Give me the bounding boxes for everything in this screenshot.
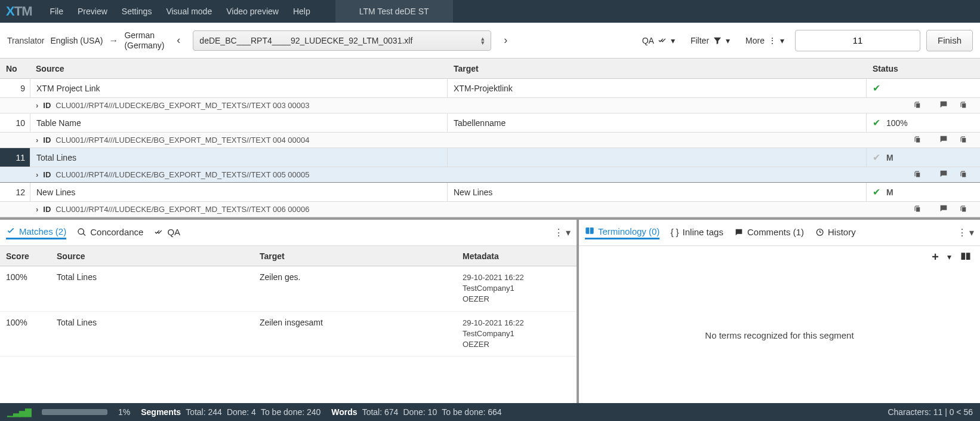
statusbar: ▁▃▅▇ 1% Segments Total: 244 Done: 4 To b… <box>0 403 980 421</box>
stack-icon[interactable] <box>959 100 968 111</box>
match-source: Total Lines <box>51 318 254 351</box>
next-file-button[interactable]: › <box>497 32 514 49</box>
menu-preview[interactable]: Preview <box>70 0 115 23</box>
caret-down-icon[interactable]: ▾ <box>947 252 951 262</box>
mh-source: Source <box>51 251 254 261</box>
book-open-icon[interactable] <box>960 251 972 263</box>
target-language: German (Germany) <box>124 30 164 51</box>
menu-settings[interactable]: Settings <box>115 0 159 23</box>
menu-help[interactable]: Help <box>286 0 318 23</box>
target-language-line1: German <box>124 30 164 41</box>
chevron-right-icon[interactable]: › <box>36 101 38 110</box>
header-target: Target <box>448 64 867 73</box>
menu-video-preview[interactable]: Video preview <box>219 0 286 23</box>
check-icon <box>6 226 16 236</box>
segment-id-text: CLU001//RPT4///LUDECKE/BG_EXPORT_MD_TEXT… <box>56 136 309 145</box>
segment-id-row: ›IDCLU001//RPT4///LUDECKE/BG_EXPORT_MD_T… <box>0 202 980 217</box>
bottom-panels: Matches (2) Concordance QA ⋮ ▾ Score Sou… <box>0 217 980 403</box>
segment-row[interactable]: 9XTM Project LinkXTM-Projektlink✔ <box>0 79 980 98</box>
comment-icon[interactable] <box>939 100 948 111</box>
left-panel-menu[interactable]: ⋮ ▾ <box>554 227 571 238</box>
comment-icon[interactable] <box>939 169 948 180</box>
segment-number-input[interactable] <box>795 30 920 51</box>
qa-dropdown[interactable]: QA ▾ <box>637 36 680 45</box>
match-score: 100% <box>0 272 51 305</box>
segment-target[interactable]: XTM-Projektlink <box>448 79 867 97</box>
copy-icon[interactable] <box>913 170 922 180</box>
id-label: ID <box>43 101 51 110</box>
segment-source: Table Name <box>30 113 448 132</box>
funnel-icon <box>713 36 722 45</box>
tab-concordance[interactable]: Concordance <box>77 227 143 238</box>
tab-concordance-label: Concordance <box>90 227 143 237</box>
menu-visual-mode[interactable]: Visual mode <box>159 0 219 23</box>
match-target: Zeilen insgesamt <box>254 318 451 351</box>
add-term-button[interactable]: + <box>932 250 939 264</box>
mh-metadata: Metadata <box>451 251 577 261</box>
tab-qa-label: QA <box>167 227 180 237</box>
stack-icon[interactable] <box>959 204 968 215</box>
comment-icon[interactable] <box>939 134 948 146</box>
language-pair: English (USA) → German (Germany) <box>51 30 165 51</box>
menu-file[interactable]: File <box>42 0 70 23</box>
segment-source: New Lines <box>30 183 448 201</box>
more-dropdown[interactable]: More ⋮ ▾ <box>741 36 789 45</box>
file-selector[interactable]: deDE_BC___RPT4____92_LUDECKE_92_LTM_0031… <box>193 30 491 51</box>
segment-id-row: ›IDCLU001//RPT4///LUDECKE/BG_EXPORT_MD_T… <box>0 167 980 183</box>
header-source: Source <box>30 64 448 73</box>
characters-count: Characters: 11 | 0 < 56 <box>887 407 973 417</box>
tab-terminology[interactable]: Terminology (0) <box>585 226 660 239</box>
chevron-right-icon[interactable]: › <box>36 170 38 179</box>
progress-bar <box>42 409 107 415</box>
chevron-right-icon[interactable]: › <box>36 136 38 145</box>
book-icon <box>585 226 594 236</box>
app-logo: XTM <box>6 4 32 19</box>
copy-icon[interactable] <box>913 204 922 215</box>
role-label: Translator <box>7 36 45 45</box>
segment-target[interactable] <box>448 148 867 167</box>
stack-icon[interactable] <box>959 135 968 146</box>
segment-no: 12 <box>0 188 30 197</box>
mh-score: Score <box>0 251 51 261</box>
tab-history[interactable]: History <box>815 227 856 238</box>
segments-total: Total: 244 <box>186 407 222 417</box>
right-panel-menu[interactable]: ⋮ ▾ <box>957 227 974 238</box>
segment-row[interactable]: 11Total Lines✔M <box>0 148 980 167</box>
match-metadata: 29-10-2021 16:22TestCompany1OEZER <box>451 318 577 351</box>
match-score: 100% <box>0 318 51 351</box>
id-label: ID <box>43 205 51 214</box>
filter-dropdown[interactable]: Filter ▾ <box>686 36 735 45</box>
search-icon <box>77 228 87 237</box>
tab-comments-label: Comments (1) <box>747 227 804 237</box>
match-source: Total Lines <box>51 272 254 305</box>
menubar: XTM File Preview Settings Visual mode Vi… <box>0 0 980 23</box>
segment-row[interactable]: 12New LinesNew Lines✔M <box>0 183 980 202</box>
target-language-line2: (Germany) <box>124 41 164 51</box>
copy-icon[interactable] <box>913 135 922 146</box>
tab-inline-tags[interactable]: { } Inline tags <box>670 227 723 238</box>
match-row[interactable]: 100%Total LinesZeilen ges.29-10-2021 16:… <box>0 266 577 312</box>
matches-header: Score Source Target Metadata <box>0 246 577 266</box>
caret-down-icon: ▾ <box>780 36 784 45</box>
segment-id-text: CLU001//RPT4///LUDECKE/BG_EXPORT_MD_TEXT… <box>56 205 309 214</box>
chevron-right-icon[interactable]: › <box>36 205 38 214</box>
segment-target[interactable]: New Lines <box>448 183 867 201</box>
comment-icon[interactable] <box>939 204 948 215</box>
tab-qa[interactable]: QA <box>154 227 180 238</box>
tab-comments[interactable]: Comments (1) <box>734 227 804 238</box>
source-language: English (USA) <box>51 36 103 45</box>
tab-matches[interactable]: Matches (2) <box>6 226 66 239</box>
finish-button[interactable]: Finish <box>926 30 973 51</box>
copy-icon[interactable] <box>913 100 922 111</box>
matches-body: 100%Total LinesZeilen ges.29-10-2021 16:… <box>0 266 577 357</box>
segment-row[interactable]: 10Table NameTabellenname✔100% <box>0 113 980 133</box>
double-check-icon <box>658 36 667 45</box>
segment-target[interactable]: Tabellenname <box>448 113 867 132</box>
prev-file-button[interactable]: ‹ <box>170 32 187 49</box>
segment-status: ✔ <box>867 82 980 94</box>
mh-target: Target <box>254 251 451 261</box>
segment-status: ✔M <box>867 186 980 198</box>
stack-icon[interactable] <box>959 170 968 180</box>
caret-down-icon: ▾ <box>671 36 675 45</box>
match-row[interactable]: 100%Total LinesZeilen insgesamt29-10-202… <box>0 312 577 357</box>
